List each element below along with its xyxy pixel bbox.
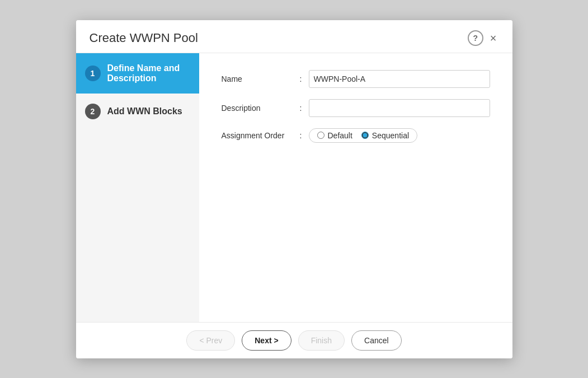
radio-sequential-input[interactable] bbox=[361, 132, 369, 139]
dialog-footer: < Prev Next > Finish Cancel bbox=[76, 322, 512, 358]
radio-default-input[interactable] bbox=[317, 132, 324, 139]
content-area: Name : Description : Assignment Order : … bbox=[199, 53, 512, 322]
assignment-order-group: Assignment Order : Default Sequential bbox=[222, 128, 490, 143]
step2-number: 2 bbox=[85, 104, 101, 119]
radio-default-option[interactable]: Default bbox=[317, 131, 352, 140]
description-label: Description bbox=[222, 104, 300, 113]
cancel-button[interactable]: Cancel bbox=[351, 330, 402, 351]
step1-number: 1 bbox=[85, 66, 101, 81]
name-colon: : bbox=[300, 74, 309, 83]
description-colon: : bbox=[300, 104, 309, 113]
description-field-group: Description : bbox=[222, 99, 490, 117]
finish-button[interactable]: Finish bbox=[298, 330, 345, 351]
create-wwpn-pool-dialog: Create WWPN Pool ? × 1 Define Name and D… bbox=[76, 20, 512, 358]
radio-default-label: Default bbox=[328, 131, 352, 140]
assignment-order-label: Assignment Order bbox=[222, 131, 300, 140]
name-field-group: Name : bbox=[222, 70, 490, 88]
sidebar-item-step2[interactable]: 2 Add WWN Blocks bbox=[76, 94, 199, 129]
name-input[interactable] bbox=[309, 70, 490, 88]
radio-sequential-label: Sequential bbox=[372, 131, 409, 140]
step1-label: Define Name and Description bbox=[107, 63, 190, 83]
dialog-title: Create WWPN Pool bbox=[90, 31, 198, 45]
next-button[interactable]: Next > bbox=[242, 330, 291, 351]
assignment-order-colon: : bbox=[300, 131, 309, 140]
dialog-header-icons: ? × bbox=[468, 30, 499, 46]
radio-sequential-option[interactable]: Sequential bbox=[361, 131, 409, 140]
description-input[interactable] bbox=[309, 99, 490, 117]
dialog-body: 1 Define Name and Description 2 Add WWN … bbox=[76, 53, 512, 322]
help-icon[interactable]: ? bbox=[468, 30, 483, 46]
sidebar: 1 Define Name and Description 2 Add WWN … bbox=[76, 53, 199, 322]
dialog-header: Create WWPN Pool ? × bbox=[76, 20, 512, 53]
prev-button[interactable]: < Prev bbox=[186, 330, 235, 351]
sidebar-item-step1[interactable]: 1 Define Name and Description bbox=[76, 53, 199, 94]
step2-label: Add WWN Blocks bbox=[107, 106, 182, 116]
close-button[interactable]: × bbox=[488, 31, 499, 45]
assignment-order-radio-group: Default Sequential bbox=[309, 128, 418, 143]
name-label: Name bbox=[222, 74, 300, 83]
